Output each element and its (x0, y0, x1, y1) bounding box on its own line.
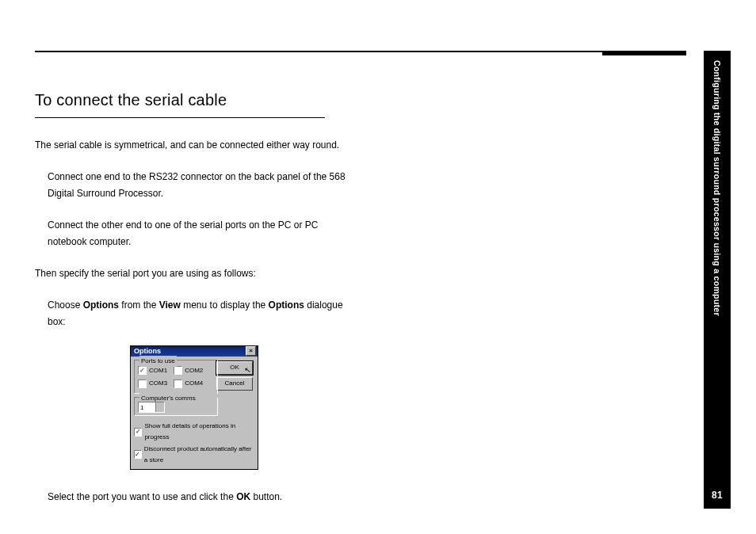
cursor-icon: ↖ (242, 362, 251, 377)
chapter-title: Configuring the digital surround process… (712, 60, 722, 316)
disconnect-auto-label: Disconnect product automatically after a… (144, 444, 254, 467)
disconnect-auto-checkbox[interactable]: ✓Disconnect product automatically after … (134, 444, 254, 467)
close-icon[interactable]: × (246, 346, 256, 356)
text: from the (119, 299, 159, 311)
ok-label: OK (230, 362, 239, 373)
options-bold: Options (269, 299, 304, 311)
com3-checkbox[interactable]: COM3 (138, 378, 167, 389)
dialog-buttons: OK ↖ Cancel (216, 361, 253, 391)
page-number: 81 (712, 490, 723, 501)
address-group: Computer's comms address 1 (134, 397, 218, 416)
options-bold: Options (83, 299, 119, 311)
intro-paragraph: The serial cable is symmetrical, and can… (35, 137, 352, 154)
choose-paragraph: Choose Options from the View menu to dis… (48, 297, 352, 331)
text: Choose (48, 299, 83, 311)
ok-button[interactable]: OK ↖ (216, 361, 253, 375)
top-rule-accent (602, 51, 686, 55)
com3-label: COM3 (149, 378, 167, 389)
com4-checkbox[interactable]: COM4 (174, 378, 203, 389)
ports-group-label: Ports to use (139, 356, 177, 367)
com2-label: COM2 (185, 365, 203, 376)
com2-checkbox[interactable]: COM2 (174, 365, 203, 376)
cancel-label: Cancel (225, 378, 245, 389)
cancel-button[interactable]: Cancel (216, 377, 253, 391)
show-details-label: Show full details of operations in progr… (144, 421, 254, 444)
then-paragraph: Then specify the serial port you are usi… (35, 265, 352, 283)
show-details-checkbox[interactable]: ✓Show full details of operations in prog… (134, 421, 254, 444)
options-dialog-figure: Options × OK ↖ Cancel Ports to use ✓COM1… (130, 345, 258, 471)
step-2: Connect the other end to one of the seri… (48, 217, 352, 251)
chapter-sidebar: Configuring the digital surround process… (704, 51, 731, 509)
section-heading: To connect the serial cable (35, 86, 325, 118)
page-content: To connect the serial cable The serial c… (35, 86, 352, 521)
select-paragraph: Select the port you want to use and clic… (48, 489, 352, 506)
com4-label: COM4 (185, 378, 203, 389)
ports-group: Ports to use ✓COM1 COM2 COM3 COM4 (134, 360, 218, 394)
text: menu to display the (181, 299, 269, 311)
text: Select the port you want to use and clic… (48, 491, 236, 502)
address-spinner[interactable]: 1 (138, 402, 165, 413)
ok-bold: OK (236, 491, 250, 502)
text: button. (250, 491, 282, 502)
view-bold: View (159, 299, 181, 311)
top-rule (35, 51, 686, 52)
dialog-body: OK ↖ Cancel Ports to use ✓COM1 COM2 COM3… (131, 357, 258, 470)
step-1: Connect one end to the RS232 connector o… (48, 169, 352, 203)
